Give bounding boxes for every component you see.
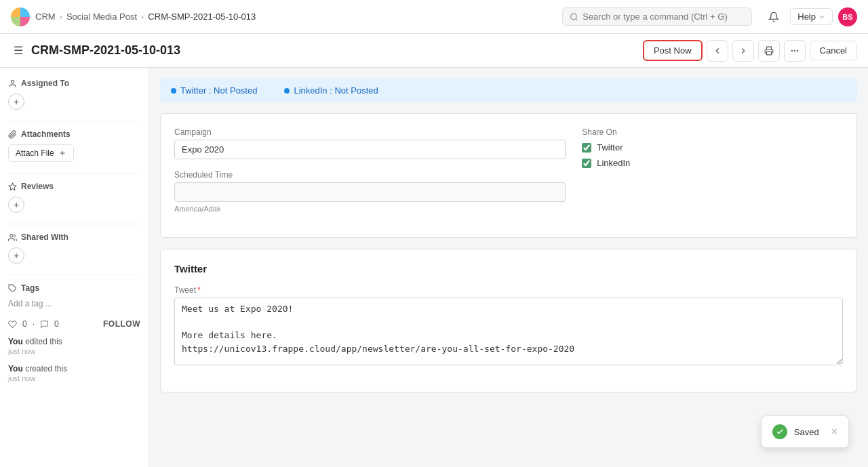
twitter-section-card: Twitter Tweet* Meet us at Expo 2020! Mor… <box>160 249 857 392</box>
chevron-down-icon <box>818 14 825 20</box>
attachments-section: Attachments Attach File <box>8 129 140 162</box>
activity-item-2: You created this just now <box>8 364 140 383</box>
prev-button[interactable] <box>707 40 728 62</box>
comments-count: 0 <box>54 319 59 329</box>
tweet-textarea[interactable]: Meet us at Expo 2020! More details here.… <box>174 298 843 365</box>
dot-sep-1: · <box>33 319 35 329</box>
breadcrumb-social-media-post[interactable]: Social Media Post <box>66 12 137 22</box>
assign-add-button[interactable]: + <box>8 94 24 110</box>
likes-count: 0 <box>22 319 27 329</box>
main-wrapper: ☰ CRM-SMP-2021-05-10-013 Post Now Cancel <box>0 34 868 467</box>
topbar: CRM › Social Media Post › CRM-SMP-2021-0… <box>0 0 868 34</box>
next-button[interactable] <box>732 40 754 62</box>
chevron-right-icon <box>738 46 748 56</box>
activity1-action: edited this <box>25 337 62 346</box>
hamburger-button[interactable]: ☰ <box>11 41 26 60</box>
more-options-button[interactable] <box>784 40 806 62</box>
divider-4 <box>8 275 140 275</box>
activity2-user: You <box>8 364 23 373</box>
attachments-label: Attachments <box>21 129 71 139</box>
doc-actions: Post Now Cancel <box>643 40 857 62</box>
topbar-right: Help BS <box>763 6 857 28</box>
twitter-section-title: Twitter <box>174 263 843 275</box>
breadcrumb: CRM › Social Media Post › CRM-SMP-2021-0… <box>35 12 256 22</box>
attachments-header: Attachments <box>8 129 140 139</box>
svg-rect-2 <box>766 52 771 55</box>
divider-3 <box>8 224 140 224</box>
search-input[interactable] <box>583 12 745 22</box>
breadcrumb-doc-id: CRM-SMP-2021-05-10-013 <box>148 12 256 22</box>
reviews-add-button[interactable]: + <box>8 197 24 213</box>
required-star: * <box>197 285 201 295</box>
assigned-to-header: Assigned To <box>8 79 140 88</box>
linkedin-status-text: LinkedIn : Not Posted <box>294 85 378 96</box>
breadcrumb-crm[interactable]: CRM <box>35 12 56 22</box>
campaign-form-card: Campaign Scheduled Time America/Adak Sha… <box>160 113 857 238</box>
campaign-group: Campaign Scheduled Time America/Adak <box>174 127 566 224</box>
assigned-to-label: Assigned To <box>21 79 69 88</box>
search-box[interactable] <box>562 7 752 26</box>
timezone-label: America/Adak <box>174 205 566 213</box>
svg-point-3 <box>791 49 792 51</box>
divider-1 <box>8 121 140 121</box>
avatar: BS <box>838 7 857 26</box>
campaign-field-group: Campaign <box>174 127 566 159</box>
help-button[interactable]: Help <box>790 8 833 25</box>
activity2-action: created this <box>25 364 67 373</box>
help-label: Help <box>797 12 816 22</box>
more-icon <box>790 46 800 56</box>
reviews-label: Reviews <box>21 182 54 191</box>
notification-button[interactable] <box>763 6 785 28</box>
reviews-header: Reviews <box>8 182 140 191</box>
twitter-checkbox-label: Twitter <box>597 142 623 153</box>
cancel-button[interactable]: Cancel <box>810 41 857 60</box>
linkedin-status-item[interactable]: LinkedIn : Not Posted <box>284 85 378 96</box>
activity1-time: just now <box>8 347 35 355</box>
svg-point-5 <box>796 49 797 51</box>
activity2-time: just now <box>8 374 35 382</box>
shared-with-add-button[interactable]: + <box>8 247 24 264</box>
twitter-checkbox[interactable] <box>582 143 591 153</box>
sidebar: Assigned To + Attachments Attach File <box>0 68 149 467</box>
follow-button[interactable]: FOLLOW <box>103 319 140 329</box>
divider-2 <box>8 173 140 174</box>
svg-marker-9 <box>9 183 16 190</box>
follow-row: 0 · 0 FOLLOW <box>8 319 140 329</box>
add-tag-link[interactable]: Add a tag ... <box>8 299 52 308</box>
linkedin-status-dot <box>284 88 290 94</box>
twitter-checkbox-item: Twitter <box>582 142 843 153</box>
twitter-status-dot <box>171 88 176 94</box>
shared-with-label: Shared With <box>21 232 68 242</box>
svg-point-0 <box>571 14 577 20</box>
activity1-user: You <box>8 337 23 346</box>
svg-point-4 <box>793 49 795 51</box>
saved-toast: Saved × <box>761 415 849 448</box>
svg-point-10 <box>10 234 13 237</box>
share-on-label: Share On <box>582 127 843 137</box>
shared-with-header: Shared With <box>8 232 140 242</box>
linkedin-checkbox-item: LinkedIn <box>582 158 843 168</box>
twitter-status-text: Twitter : Not Posted <box>180 85 257 96</box>
content-area: Assigned To + Attachments Attach File <box>0 68 868 467</box>
linkedin-checkbox[interactable] <box>582 159 591 168</box>
svg-line-1 <box>576 18 577 20</box>
print-button[interactable] <box>758 40 780 62</box>
doc-title: CRM-SMP-2021-05-10-013 <box>31 43 637 58</box>
campaign-label: Campaign <box>174 127 566 137</box>
attach-file-button[interactable]: Attach File <box>8 144 74 162</box>
bell-icon <box>768 12 779 22</box>
toast-message: Saved <box>794 427 819 437</box>
scheduled-time-label: Scheduled Time <box>174 170 566 180</box>
twitter-status-item[interactable]: Twitter : Not Posted <box>171 85 257 96</box>
assigned-to-section: Assigned To + <box>8 79 140 110</box>
breadcrumb-sep-1: › <box>60 12 62 22</box>
users-icon <box>8 233 17 242</box>
campaign-input[interactable] <box>174 140 566 159</box>
status-bar: Twitter : Not Posted LinkedIn : Not Post… <box>160 79 857 102</box>
scheduled-time-input[interactable] <box>174 182 566 202</box>
toast-close-button[interactable]: × <box>831 426 837 438</box>
post-now-button[interactable]: Post Now <box>643 40 703 61</box>
form-row-1: Campaign Scheduled Time America/Adak Sha… <box>174 127 843 224</box>
tweet-label: Tweet* <box>174 285 843 295</box>
heart-icon <box>8 320 17 329</box>
